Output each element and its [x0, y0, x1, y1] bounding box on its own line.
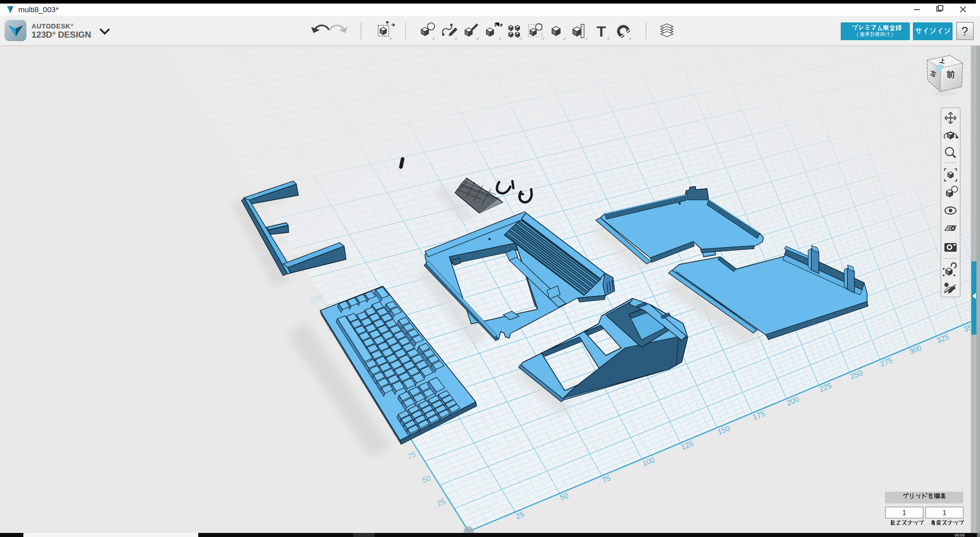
svg-text:AUTODESK®: AUTODESK® [32, 22, 74, 30]
svg-text:00:00: 00:00 [955, 533, 965, 537]
svg-text:?: ? [961, 24, 968, 38]
svg-text:multi8_003*: multi8_003* [18, 5, 58, 14]
svg-text:1: 1 [902, 508, 906, 517]
svg-text:1: 1 [942, 508, 946, 517]
svg-text:123D® DESIGN: 123D® DESIGN [32, 30, 91, 40]
svg-text:T: T [597, 23, 606, 40]
